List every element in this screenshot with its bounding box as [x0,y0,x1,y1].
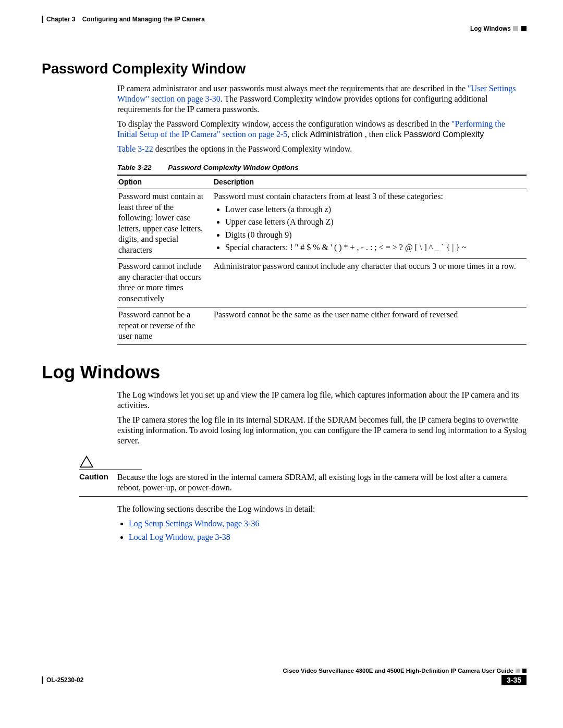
section-heading-log-windows: Log Windows [42,362,527,382]
chapter-title: Configuring and Managing the IP Camera [82,16,205,23]
caution-label: Caution [79,472,117,493]
table-row: Password must contain at least three of … [117,189,527,259]
ui-label-password-complexity: Password Complexity [403,130,484,139]
decoration-square-icon [521,26,527,31]
paragraph: IP camera administrator and user passwor… [117,83,527,115]
list-item: Local Log Window, page 3-38 [129,532,527,542]
table-caption-label: Table 3-22 [117,164,152,171]
table-caption-title: Password Complexity Window Options [168,164,298,171]
xref-table-3-22[interactable]: Table 3-22 [117,144,153,153]
th-description: Description [213,175,527,189]
chapter-line: Chapter 3 Configuring and Managing the I… [46,16,205,23]
paragraph: To display the Password Complexity windo… [117,119,527,140]
password-complexity-options-table: Option Description Password must contain… [117,175,527,346]
paragraph: The Log windows let you set up and view … [117,390,527,411]
book-title: Cisco Video Surveillance 4300E and 4500E… [283,668,514,674]
cell-description: Password must contain characters from at… [213,189,527,259]
header-section: Log Windows [470,25,511,32]
table-row: Password cannot be a repeat or reverse o… [117,307,527,345]
cell-description: Administrator password cannot include an… [213,259,527,307]
cell-description: Password cannot be the same as the user … [213,307,527,345]
section-heading-password-complexity: Password Complexity Window [42,61,527,77]
list-item: Log Setup Settings Window, page 3-36 [129,519,527,529]
svg-marker-0 [80,456,93,467]
xref-log-setup[interactable]: Log Setup Settings Window, page 3-36 [129,519,259,528]
decoration-square-icon [522,669,527,673]
table-row: Password cannot include any character th… [117,259,527,307]
list-item: Lower case letters (a through z) [225,204,523,215]
cell-option: Password cannot include any character th… [117,259,213,307]
doc-id: OL-25230-02 [42,676,83,684]
header-bar: Chapter 3 Configuring and Managing the I… [42,16,527,23]
cell-option: Password must contain at least three of … [117,189,213,259]
decoration-square-icon [516,669,520,673]
header-right: Log Windows [42,25,527,32]
ui-label-administration: Administration [310,130,362,139]
page-number: 3-35 [501,675,527,685]
caution-icon [79,455,94,468]
caution-block: Caution Because the logs are stored in t… [79,455,527,497]
decoration-square-icon [513,26,518,31]
list-item: Upper case letters (A through Z) [225,217,523,227]
list-item: Digits (0 through 9) [225,230,523,240]
paragraph: The IP camera stores the log file in its… [117,415,527,446]
cell-option: Password cannot be a repeat or reverse o… [117,307,213,345]
xref-local-log[interactable]: Local Log Window, page 3-38 [129,533,230,541]
th-option: Option [117,175,213,189]
caution-text: Because the logs are stored in the inter… [117,472,527,493]
chapter-label: Chapter 3 [46,16,75,23]
paragraph: Table 3-22 describes the options in the … [117,144,527,154]
table-caption: Table 3-22 Password Complexity Window Op… [117,164,527,172]
list-item: Special characters: ! " # $ % & ' ( ) * … [225,242,523,253]
footer: Cisco Video Surveillance 4300E and 4500E… [42,668,527,685]
paragraph: The following sections describe the Log … [117,504,527,514]
